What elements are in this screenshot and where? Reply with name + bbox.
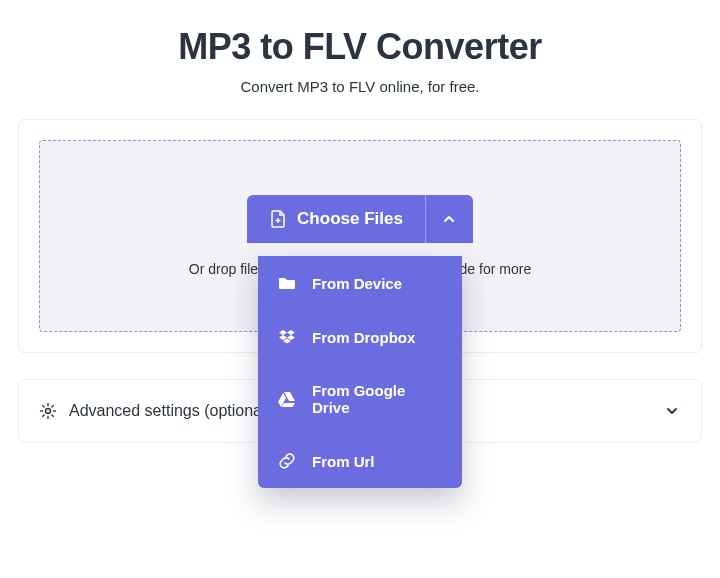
menu-item-label: From Device	[312, 275, 402, 292]
menu-item-label: From Google Drive	[312, 382, 442, 416]
menu-item-from-url[interactable]: From Url	[258, 434, 462, 488]
file-add-icon	[269, 210, 287, 228]
svg-point-0	[46, 409, 51, 414]
menu-item-from-google-drive[interactable]: From Google Drive	[258, 364, 462, 434]
menu-item-label: From Url	[312, 453, 375, 470]
chevron-up-icon	[440, 210, 458, 228]
page-subtitle: Convert MP3 to FLV online, for free.	[0, 78, 720, 95]
menu-item-from-dropbox[interactable]: From Dropbox	[258, 310, 462, 364]
upload-source-menu: From Device From Dropbox From Google Dri…	[258, 256, 462, 488]
folder-icon	[278, 274, 296, 292]
menu-item-label: From Dropbox	[312, 329, 415, 346]
page-title: MP3 to FLV Converter	[0, 26, 720, 68]
gear-icon	[39, 402, 57, 420]
google-drive-icon	[278, 390, 296, 408]
choose-files-dropdown-toggle[interactable]	[425, 195, 473, 243]
dropbox-icon	[278, 328, 296, 346]
choose-files-row: Choose Files	[247, 195, 473, 243]
choose-files-label: Choose Files	[297, 209, 403, 229]
chevron-down-icon	[663, 402, 681, 420]
link-icon	[278, 452, 296, 470]
advanced-settings-label: Advanced settings (optional)	[69, 402, 271, 420]
choose-files-button[interactable]: Choose Files	[247, 195, 425, 243]
menu-item-from-device[interactable]: From Device	[258, 256, 462, 310]
